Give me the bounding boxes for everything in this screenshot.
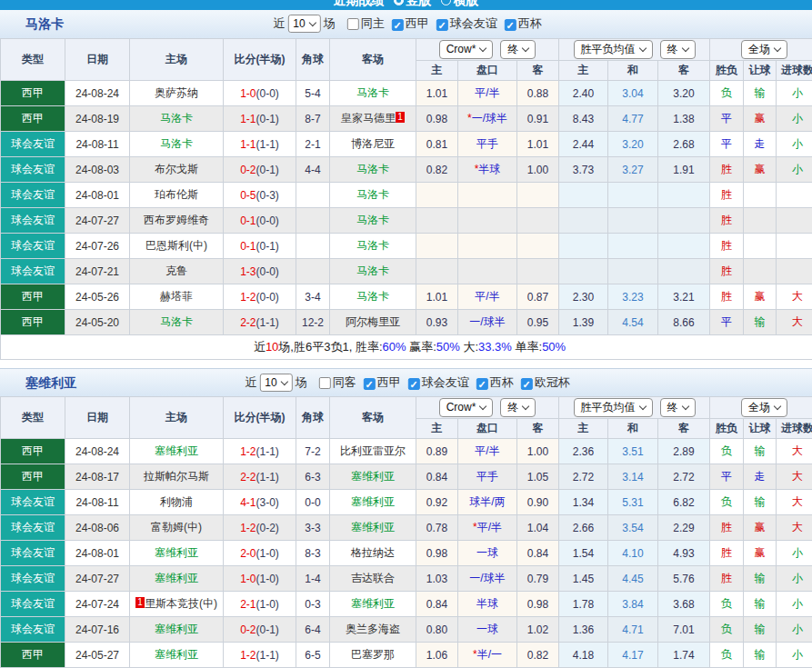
home-team-name[interactable]: 巴恩斯利(中) [145,239,207,252]
league-checkbox[interactable] [521,378,533,390]
score-cell: 1-2(0-2) [224,515,296,541]
recent-count-select[interactable]: 10 [259,374,292,392]
summary-text: 近10场,胜6平3负1, 胜率:60% 赢率:50% 大:33.3% 单率:50… [1,335,812,360]
handicap-cell [458,234,517,259]
scope-select[interactable]: 全场 [741,398,787,417]
home-team-name[interactable]: 克鲁 [165,264,187,277]
away-team-name[interactable]: 博洛尼亚 [351,137,395,150]
away-team-name[interactable]: 巴塞罗那 [351,648,395,661]
mean-draw-cell [608,208,658,234]
mean-away-cell [658,234,710,259]
mean-home-cell: 2.36 [559,439,608,464]
score-cell: 0-2(0-1) [224,617,296,643]
score-cell: 1-2(1-1) [224,643,296,668]
home-team-name[interactable]: 利物浦 [160,495,193,508]
away-team-name[interactable]: 马洛卡 [356,239,389,252]
away-team-name[interactable]: 马洛卡 [356,214,389,226]
league-checkbox[interactable] [364,378,376,390]
away-team-name[interactable]: 塞维利亚 [351,597,395,610]
away-team-name[interactable]: 马洛卡 [356,86,389,99]
home-team-name[interactable]: 马洛卡 [160,112,193,125]
handicap-result-cell: 走 [744,132,777,157]
mean-draw-cell [608,234,658,259]
away-team-name[interactable]: 吉达联合 [351,572,395,584]
home-team-name[interactable]: 塞维利亚 [155,623,198,635]
league-checkbox[interactable] [408,378,420,390]
team-title: 马洛卡 [25,10,64,37]
stage-select[interactable]: 终 [500,40,536,59]
same-venue-checkbox[interactable] [319,377,331,389]
summary-segment: 场,胜6平3负1, 胜率: [278,340,382,354]
corner-cell: 6-3 [296,464,330,490]
mean-stage-select[interactable]: 终 [660,398,696,417]
away-team-name[interactable]: 塞维利亚 [351,470,395,483]
mean-stage-select[interactable]: 终 [660,40,696,59]
away-team-name[interactable]: 比利亚雷亚尔 [340,444,406,457]
away-team-name[interactable]: 奥兰多海盗 [346,623,400,635]
stage-select[interactable]: 终 [500,398,536,417]
corner-cell: 6-4 [296,617,330,643]
mean-away-cell: 2.68 [658,132,710,157]
home-team-name[interactable]: 马洛卡 [160,315,193,328]
away-team-name[interactable]: 阿尔梅里亚 [346,315,400,328]
league-checkbox[interactable] [505,19,516,31]
away-team-name[interactable]: 塞维利亚 [351,521,395,533]
away-team-name[interactable]: 马洛卡 [356,163,389,175]
company-select[interactable]: Crow* [439,40,494,59]
mean-home-cell: 2.72 [559,464,608,490]
half-time-score: (0-2) [256,522,279,534]
home-team-cell: 塞维利亚 [130,643,224,668]
goals-result-cell: 小 [777,592,812,617]
home-team-name[interactable]: 珀布伦斯 [155,188,198,201]
league-checkbox[interactable] [436,19,448,31]
home-team-name[interactable]: 塞维利亚 [155,648,198,661]
subcol-mean-draw: 和 [608,61,658,81]
away-team-name[interactable]: 马洛卡 [356,264,389,277]
col-header-home: 主场 [130,39,224,81]
home-team-name[interactable]: 富勒姆(中) [151,521,202,533]
home-team-name[interactable]: 塞维利亚 [155,572,198,584]
home-team-name[interactable]: 西布罗姆维奇 [144,214,209,226]
result-cell: 胜 [710,208,744,234]
league-checkbox[interactable] [392,19,404,31]
result-cell: 胜 [710,157,744,183]
match-type-badge: 西甲 [1,310,65,335]
league-checkbox[interactable] [476,378,488,390]
home-team-name[interactable]: 布尔戈斯 [155,163,198,175]
league-checkbox-label: 西杯 [490,375,514,389]
match-row: 球会友谊24-07-27西布罗姆维奇0-1(0-0)马洛卡胜 [1,208,812,234]
home-team-name[interactable]: 奥萨苏纳 [155,86,198,99]
result-cell: 平 [710,106,744,132]
match-type-badge: 球会友谊 [1,234,65,259]
home-team-name[interactable]: 赫塔菲 [160,290,193,303]
away-team-name[interactable]: 马洛卡 [356,290,389,303]
page: 近期战绩竖版横版 马洛卡 近 10 场 同主 西甲球会友谊西杯 类型 日期 主场… [0,0,812,668]
home-team-name[interactable]: 拉斯帕尔马斯 [144,470,209,483]
radio-vertical-layout[interactable] [394,0,404,5]
mean-draw-cell: 3.04 [608,81,658,106]
league-checkbox-label: 西甲 [406,16,429,30]
away-team-name[interactable]: 塞维利亚 [351,495,395,508]
away-team-name[interactable]: 皇家马德里 [341,112,396,125]
top-nav-bar: 近期战绩竖版横版 [0,0,812,10]
subcol-handicap: 盘口 [458,419,517,439]
home-team-name[interactable]: 马洛卡 [160,137,193,150]
odds-home-cell [416,259,458,284]
same-venue-checkbox[interactable] [347,18,359,30]
scope-select[interactable]: 全场 [741,40,787,59]
away-team-name[interactable]: 马洛卡 [356,188,389,201]
away-team-name[interactable]: 格拉纳达 [351,546,395,559]
mean-select[interactable]: 胜平负均值 [574,398,653,417]
company-select[interactable]: Crow* [439,398,494,417]
home-team-name[interactable]: 塞维利亚 [155,444,198,457]
mean-select[interactable]: 胜平负均值 [574,40,653,59]
home-team-name[interactable]: 里斯本竞技(中) [145,597,217,610]
radio-horizontal-layout[interactable] [441,0,451,5]
chevron-down-icon [774,45,781,52]
mean-group-header: 胜平负均值终 [559,39,710,61]
recent-count-select[interactable]: 10 [287,15,320,33]
odds-home-cell: 0.78 [416,515,458,541]
home-team-name[interactable]: 塞维利亚 [155,546,198,559]
odds-away-cell: 1.04 [517,515,559,541]
col-header-score: 比分(半场) [224,39,296,81]
